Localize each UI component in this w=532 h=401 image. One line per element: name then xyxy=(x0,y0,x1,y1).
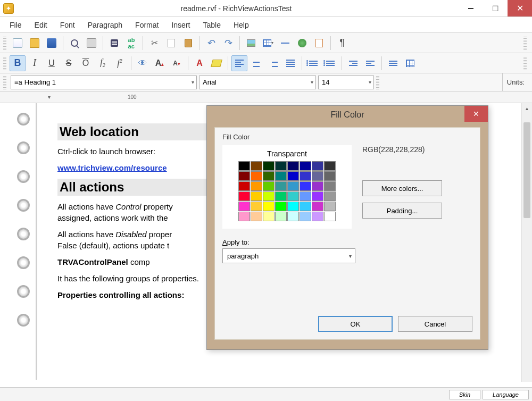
redo-button[interactable]: ↶ xyxy=(220,35,236,51)
color-swatch[interactable] xyxy=(300,212,311,221)
ok-button[interactable]: OK xyxy=(318,316,393,332)
insert-line-button[interactable] xyxy=(277,35,293,51)
color-swatch[interactable] xyxy=(238,161,250,171)
color-swatch[interactable] xyxy=(287,181,299,191)
align-left-button[interactable] xyxy=(231,55,247,71)
size-combo[interactable]: 14▾ xyxy=(318,76,374,89)
toolbar-grip[interactable] xyxy=(3,36,6,50)
color-swatch[interactable] xyxy=(324,181,336,191)
undo-button[interactable]: ↶ xyxy=(203,35,219,51)
print-button[interactable] xyxy=(84,35,99,51)
color-swatch[interactable] xyxy=(263,171,275,181)
cancel-button[interactable]: Cancel xyxy=(398,316,472,332)
color-swatch[interactable] xyxy=(251,212,262,221)
transparent-button[interactable]: Transparent xyxy=(267,149,307,158)
toolbar-grip-end[interactable] xyxy=(523,56,527,70)
color-swatch[interactable] xyxy=(238,202,250,211)
color-swatch[interactable] xyxy=(300,191,311,201)
scroll-thumb[interactable] xyxy=(523,122,530,218)
ruler[interactable]: ▾ 100 xyxy=(0,91,532,103)
color-swatch[interactable] xyxy=(238,181,250,191)
shrink-font-button[interactable]: A▾ xyxy=(169,55,185,71)
paste-button[interactable] xyxy=(180,35,196,51)
align-justify-button[interactable] xyxy=(282,55,298,71)
color-swatch[interactable] xyxy=(263,212,275,221)
color-swatch[interactable] xyxy=(287,191,299,201)
color-swatch[interactable] xyxy=(251,181,262,191)
color-swatch[interactable] xyxy=(312,181,323,191)
color-swatch[interactable] xyxy=(312,202,323,211)
color-swatch[interactable] xyxy=(238,171,250,181)
new-button[interactable] xyxy=(10,35,26,51)
underline-button[interactable]: U xyxy=(44,55,60,71)
color-swatch[interactable] xyxy=(324,202,336,211)
color-swatch[interactable] xyxy=(287,161,299,171)
vertical-scrollbar[interactable]: ▴ xyxy=(521,103,532,382)
menu-paragraph[interactable]: Paragraph xyxy=(82,19,128,31)
color-swatch[interactable] xyxy=(287,212,299,221)
padding-button[interactable]: Padding... xyxy=(362,203,442,219)
replace-button[interactable]: abac xyxy=(123,35,139,51)
color-swatch[interactable] xyxy=(251,171,262,181)
color-swatch[interactable] xyxy=(275,171,287,181)
color-swatch[interactable] xyxy=(263,181,275,191)
menu-edit[interactable]: Edit xyxy=(29,19,53,31)
cut-button[interactable]: ✂ xyxy=(146,35,162,51)
save-button[interactable] xyxy=(44,35,60,51)
insert-hyperlink-button[interactable] xyxy=(294,35,310,51)
decrease-indent-button[interactable] xyxy=(345,55,361,71)
insert-image-button[interactable] xyxy=(243,35,259,51)
menu-table[interactable]: Table xyxy=(197,19,226,31)
color-swatch[interactable] xyxy=(312,212,323,221)
copy-button[interactable] xyxy=(163,35,179,51)
color-swatch[interactable] xyxy=(324,161,336,171)
color-swatch[interactable] xyxy=(324,191,336,201)
close-button[interactable]: ✕ xyxy=(508,0,532,16)
find-button[interactable] xyxy=(106,35,122,51)
menu-font[interactable]: Font xyxy=(55,19,80,31)
color-swatch[interactable] xyxy=(312,161,323,171)
italic-button[interactable]: I xyxy=(27,55,43,71)
color-swatch[interactable] xyxy=(300,171,311,181)
numbering-button[interactable] xyxy=(322,55,338,71)
show-paragraph-button[interactable]: ¶ xyxy=(334,35,350,51)
skin-button[interactable]: Skin xyxy=(449,390,480,399)
color-swatch[interactable] xyxy=(287,202,299,211)
color-swatch[interactable] xyxy=(275,202,287,211)
borders-button[interactable] xyxy=(402,55,418,71)
menu-help[interactable]: Help xyxy=(228,19,254,31)
color-swatch[interactable] xyxy=(251,202,262,211)
dialog-close-button[interactable]: ✕ xyxy=(464,106,488,122)
apply-to-combo[interactable]: paragraph▾ xyxy=(222,248,355,263)
menu-insert[interactable]: Insert xyxy=(166,19,195,31)
color-swatch[interactable] xyxy=(251,191,262,201)
color-swatch[interactable] xyxy=(300,202,311,211)
toolbar-grip[interactable] xyxy=(3,56,6,70)
color-swatch[interactable] xyxy=(263,191,275,201)
style-combo[interactable]: ≡aHeading 1▾ xyxy=(11,76,197,89)
font-color-button[interactable]: A xyxy=(192,55,207,71)
color-swatch[interactable] xyxy=(275,181,287,191)
link-trichview[interactable]: www.trichview.com/resource xyxy=(57,163,167,172)
color-swatch[interactable] xyxy=(263,161,275,171)
align-center-button[interactable] xyxy=(248,55,264,71)
highlight-button[interactable] xyxy=(209,55,225,71)
grow-font-button[interactable]: A▴ xyxy=(152,55,168,71)
color-swatch[interactable] xyxy=(324,212,336,221)
insert-symbol-button[interactable] xyxy=(311,35,327,51)
font-combo[interactable]: Arial▾ xyxy=(199,76,316,89)
more-colors-button[interactable]: More colors... xyxy=(362,180,442,196)
dialog-titlebar[interactable]: Fill Color ✕ xyxy=(207,106,488,124)
insert-table-button[interactable]: ▾ xyxy=(260,35,276,51)
color-swatch[interactable] xyxy=(263,202,275,211)
language-button[interactable]: Language xyxy=(483,390,529,399)
menu-format[interactable]: Format xyxy=(130,19,164,31)
color-swatch[interactable] xyxy=(275,191,287,201)
color-swatch[interactable] xyxy=(312,171,323,181)
strikeout-button[interactable]: S xyxy=(61,55,77,71)
open-button[interactable] xyxy=(27,35,43,51)
toolbar-grip-end[interactable] xyxy=(523,36,527,50)
line-spacing-button[interactable] xyxy=(385,55,401,71)
color-swatch[interactable] xyxy=(300,161,311,171)
maximize-button[interactable]: ☐ xyxy=(483,0,508,16)
